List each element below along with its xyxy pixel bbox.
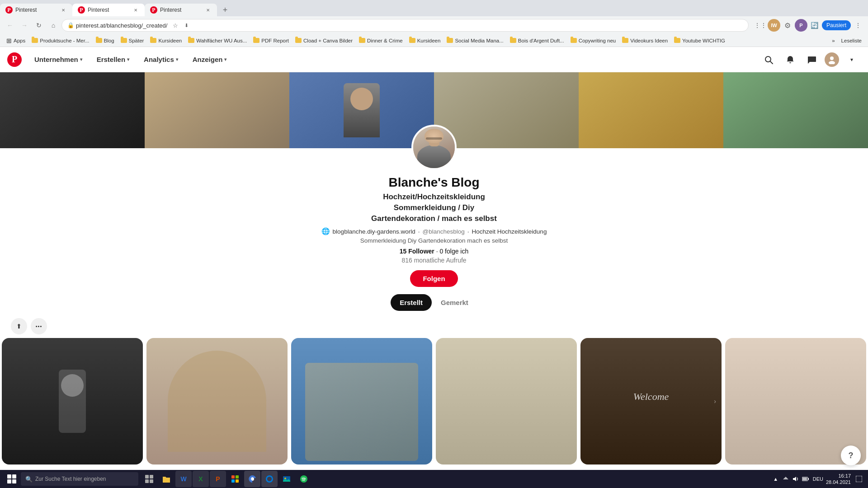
notifications-button[interactable] bbox=[781, 51, 799, 69]
search-button[interactable] bbox=[760, 51, 778, 69]
taskbar-app-chrome[interactable] bbox=[244, 471, 260, 487]
tray-battery-icon[interactable] bbox=[801, 474, 810, 483]
nav-unternehmen[interactable]: Unternehmen ▾ bbox=[29, 52, 88, 67]
svg-rect-14 bbox=[231, 475, 235, 479]
browser-tab-1[interactable]: P Pinterest ✕ bbox=[0, 4, 72, 16]
nav-right-icons: ▾ bbox=[760, 51, 861, 69]
bookmark-youtube[interactable]: Youtube WICHTIG bbox=[671, 37, 728, 44]
share-button[interactable]: ⬆ bbox=[11, 318, 27, 334]
pin-card-4[interactable] bbox=[436, 338, 577, 465]
pin-card-5[interactable]: Welcome › bbox=[580, 338, 722, 465]
taskbar-app-powerpoint[interactable]: P bbox=[210, 471, 226, 487]
pin-grid: Welcome › bbox=[0, 334, 868, 465]
folder-icon bbox=[253, 38, 259, 43]
menu-icon[interactable]: ⋮ bbox=[852, 19, 864, 32]
pin-card-6[interactable] bbox=[725, 338, 866, 465]
tray-up-arrow[interactable]: ▲ bbox=[771, 474, 780, 483]
notification-button[interactable] bbox=[854, 474, 864, 484]
bookmark-canva[interactable]: Cload + Canva Bilder bbox=[292, 37, 355, 44]
bookmark-social[interactable]: Social Media Mana... bbox=[444, 37, 506, 44]
taskbar-app-windows-store[interactable] bbox=[227, 471, 243, 487]
tagline-line1: Hochzeit/Hochzeitskleidung bbox=[0, 192, 868, 202]
svg-line-7 bbox=[770, 61, 773, 64]
bookmark-apps[interactable]: ⊞ Apps bbox=[4, 36, 28, 45]
extensions-icon[interactable]: ⋮⋮ bbox=[754, 19, 767, 32]
taskbar-app-word[interactable]: W bbox=[175, 471, 192, 487]
tab-favicon-3: P bbox=[150, 6, 157, 14]
bookmark-wahlfacher[interactable]: Wahlfächer WU Aus... bbox=[185, 37, 250, 44]
bookmark-spater[interactable]: Später bbox=[118, 37, 147, 44]
bookmark-copywriting[interactable]: Copywriting neu bbox=[568, 37, 618, 44]
avatar-image bbox=[413, 127, 455, 168]
account-chevron-button[interactable]: ▾ bbox=[843, 51, 861, 69]
address-bar[interactable]: 🔒 pinterest.at/blanchesblog/_created/ ☆ … bbox=[61, 19, 749, 32]
nav-analytics[interactable]: Analytics ▾ bbox=[138, 52, 184, 67]
avatar-circle bbox=[411, 125, 457, 170]
profile-website[interactable]: blogblanche.diy-gardens.world bbox=[333, 228, 415, 235]
chevron-down-icon: ▾ bbox=[176, 57, 178, 62]
tab-close-3[interactable]: ✕ bbox=[204, 6, 212, 14]
taskbar-app-excel[interactable]: X bbox=[193, 471, 209, 487]
chevron-down-icon: ▾ bbox=[224, 57, 226, 62]
taskbar-app-photos[interactable] bbox=[278, 471, 295, 487]
bookmarks-more[interactable]: » bbox=[829, 37, 837, 44]
help-button[interactable]: ? bbox=[841, 446, 861, 465]
bookmark-produktsuche[interactable]: Produktsuche - Mer... bbox=[29, 37, 92, 44]
browser-tab-2[interactable]: P Pinterest ✕ bbox=[72, 4, 145, 16]
taskbar-app-spotify[interactable] bbox=[296, 471, 312, 487]
folder-icon bbox=[32, 38, 38, 43]
bookmark-dinner[interactable]: Dinner & Crime bbox=[356, 37, 406, 44]
taskbar-clock[interactable]: 16:17 28.04.2021 bbox=[826, 473, 851, 486]
time-display: 16:17 bbox=[826, 473, 851, 479]
pin-card-2[interactable] bbox=[146, 338, 288, 465]
profile-paused-btn[interactable]: Pausiert bbox=[822, 20, 851, 30]
browser-tabs: P Pinterest ✕ P Pinterest ✕ P Pinterest … bbox=[0, 0, 868, 16]
back-button[interactable]: ← bbox=[4, 19, 16, 32]
pin-image-2 bbox=[146, 338, 288, 465]
follow-button[interactable]: Folgen bbox=[410, 270, 458, 287]
taskbar-search[interactable]: 🔍 Zur Suche Text hier eingeben bbox=[21, 472, 138, 486]
taskbar-app-file-explorer[interactable] bbox=[158, 471, 175, 487]
tab-close-2[interactable]: ✕ bbox=[132, 6, 139, 14]
nav-erstellen[interactable]: Erstellen ▾ bbox=[91, 52, 135, 67]
pin-card-3[interactable] bbox=[291, 338, 432, 465]
pin-image-5: Welcome › bbox=[580, 338, 722, 465]
taskbar-app-task-view[interactable] bbox=[141, 471, 157, 487]
taskbar-app-edge[interactable] bbox=[261, 471, 278, 487]
refresh-button[interactable]: ↻ bbox=[33, 19, 45, 32]
new-tab-button[interactable]: + bbox=[219, 4, 231, 16]
bookmark-kursideen1[interactable]: Kursideen bbox=[147, 37, 184, 44]
home-button[interactable]: ⌂ bbox=[47, 19, 60, 32]
tray-volume-icon[interactable] bbox=[791, 474, 800, 483]
profile-bio: Sommerkleidung Diy Gartendekoration mach… bbox=[0, 237, 868, 244]
nav-anzeigen[interactable]: Anzeigen ▾ bbox=[187, 52, 232, 67]
user-avatar[interactable] bbox=[825, 52, 839, 67]
tab-gemerkt[interactable]: Gemerkt bbox=[432, 294, 477, 311]
messages-button[interactable] bbox=[803, 51, 821, 69]
settings-icon[interactable]: ⚙ bbox=[781, 19, 794, 32]
forward-button[interactable]: → bbox=[18, 19, 31, 32]
bookmark-blog[interactable]: Blog bbox=[93, 37, 117, 44]
account-icon[interactable]: P bbox=[795, 19, 807, 32]
profile-icon[interactable]: IW bbox=[768, 19, 780, 32]
download-icon[interactable]: ⬇ bbox=[182, 21, 191, 30]
chevron-down-icon: ▾ bbox=[127, 57, 129, 62]
separator: · bbox=[467, 228, 469, 235]
sync-icon[interactable]: 🔄 bbox=[808, 19, 821, 32]
tray-network-icon[interactable] bbox=[781, 474, 790, 483]
browser-tab-3[interactable]: P Pinterest ✕ bbox=[145, 4, 217, 16]
cover-segment-6 bbox=[723, 72, 868, 148]
tab-erstellt[interactable]: Erstellt bbox=[391, 294, 432, 311]
bookmark-leseliste[interactable]: Leseliste bbox=[839, 37, 864, 44]
share-icon: ⬆ bbox=[16, 323, 22, 330]
pin-card-1[interactable] bbox=[2, 338, 143, 465]
pinterest-logo[interactable]: P bbox=[7, 52, 22, 67]
bookmark-bois[interactable]: Bois d'Argent Duft... bbox=[507, 37, 567, 44]
tab-close-1[interactable]: ✕ bbox=[60, 6, 67, 14]
more-options-button[interactable]: ••• bbox=[31, 318, 47, 334]
bookmark-star-icon[interactable]: ☆ bbox=[171, 21, 180, 30]
bookmark-pdf[interactable]: PDF Report bbox=[250, 37, 292, 44]
start-button[interactable] bbox=[4, 471, 20, 487]
bookmark-kursideen2[interactable]: Kursideen bbox=[406, 37, 443, 44]
bookmark-videokurs[interactable]: Videokurs Ideen bbox=[619, 37, 670, 44]
